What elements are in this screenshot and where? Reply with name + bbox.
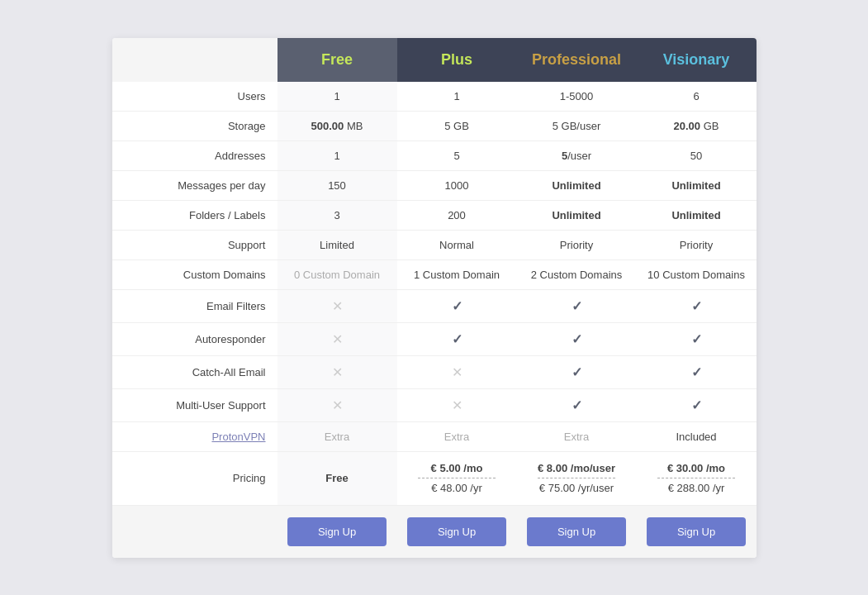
cross-icon: ✕ — [332, 331, 343, 347]
plus-price-mo: € 5.00 /mo — [431, 460, 483, 477]
signup-free-button[interactable]: Sign Up — [287, 517, 387, 546]
price-divider — [538, 478, 614, 478]
storage-professional: 5 GB/user — [517, 112, 637, 141]
visionary-price-yr: € 288.00 /yr — [668, 480, 725, 497]
header-professional: Professional — [517, 38, 637, 82]
folders-free: 3 — [277, 201, 397, 231]
signup-professional-button[interactable]: Sign Up — [527, 517, 626, 546]
email-filters-plus: ✓ — [397, 290, 517, 323]
pricing-plus: € 5.00 /mo € 48.00 /yr — [397, 452, 517, 506]
addresses-professional: 5/user — [517, 141, 637, 171]
professional-price-mo: € 8.00 /mo/user — [538, 460, 615, 477]
cross-icon: ✕ — [332, 364, 343, 380]
signup-visionary-button[interactable]: Sign Up — [647, 517, 746, 546]
custom-domains-free: 0 Custom Domain — [277, 260, 397, 290]
free-price: Free — [325, 470, 348, 487]
autoresponder-plus: ✓ — [397, 323, 517, 356]
users-label: Users — [112, 82, 277, 112]
custom-domains-plus: 1 Custom Domain — [397, 260, 517, 290]
autoresponder-free: ✕ — [277, 323, 397, 356]
check-icon: ✓ — [691, 397, 702, 413]
email-filters-free: ✕ — [277, 290, 397, 323]
header-free: Free — [277, 38, 397, 82]
pricing-visionary: € 30.00 /mo € 288.00 /yr — [637, 452, 757, 506]
header-visionary: Visionary — [637, 38, 757, 82]
protonvpn-visionary: Included — [637, 422, 757, 452]
catch-all-free: ✕ — [277, 356, 397, 389]
protonvpn-label[interactable]: ProtonVPN — [112, 422, 277, 452]
protonvpn-professional: Extra — [517, 422, 637, 452]
visionary-label: Visionary — [663, 51, 730, 68]
autoresponder-professional: ✓ — [517, 323, 637, 356]
users-visionary: 6 — [637, 82, 757, 112]
folders-professional: Unlimited — [517, 201, 637, 231]
price-divider — [657, 478, 734, 478]
check-icon: ✓ — [572, 397, 582, 413]
support-plus: Normal — [397, 231, 517, 260]
pricing-table: Free Plus Professional Visionary Users 1… — [112, 38, 757, 558]
check-icon: ✓ — [572, 331, 582, 347]
visionary-price-mo: € 30.00 /mo — [667, 460, 725, 477]
storage-visionary: 20.00 GB — [637, 112, 757, 141]
users-plus: 1 — [397, 82, 517, 112]
addresses-free: 1 — [277, 141, 397, 171]
messages-professional: Unlimited — [517, 171, 637, 201]
cross-icon: ✕ — [452, 397, 462, 413]
custom-domains-label: Custom Domains — [112, 260, 277, 290]
check-icon: ✓ — [572, 364, 582, 380]
btn-free-cell: Sign Up — [277, 506, 397, 558]
multi-user-free: ✕ — [277, 389, 397, 422]
catch-all-visionary: ✓ — [637, 356, 757, 389]
custom-domains-visionary: 10 Custom Domains — [637, 260, 757, 290]
addresses-label: Addresses — [112, 141, 277, 171]
btn-professional-cell: Sign Up — [517, 506, 637, 558]
cross-icon: ✕ — [332, 397, 343, 413]
pricing-free: Free — [277, 452, 397, 506]
support-professional: Priority — [517, 231, 637, 260]
protonvpn-plus: Extra — [397, 422, 517, 452]
addresses-visionary: 50 — [637, 141, 757, 171]
messages-free: 150 — [277, 171, 397, 201]
catch-all-label: Catch-All Email — [112, 356, 277, 389]
check-icon: ✓ — [452, 298, 462, 314]
email-filters-professional: ✓ — [517, 290, 637, 323]
plus-label: Plus — [441, 51, 472, 68]
btn-empty — [112, 506, 277, 558]
header-empty — [112, 38, 277, 82]
users-free: 1 — [277, 82, 397, 112]
storage-free: 500.00 MB — [277, 112, 397, 141]
users-professional: 1-5000 — [517, 82, 637, 112]
check-icon: ✓ — [691, 298, 702, 314]
price-divider — [418, 478, 495, 478]
support-label: Support — [112, 231, 277, 260]
check-icon: ✓ — [691, 364, 702, 380]
btn-plus-cell: Sign Up — [397, 506, 517, 558]
catch-all-plus: ✕ — [397, 356, 517, 389]
support-free: Limited — [277, 231, 397, 260]
folders-label: Folders / Labels — [112, 201, 277, 231]
cross-icon: ✕ — [332, 298, 343, 314]
multi-user-professional: ✓ — [517, 389, 637, 422]
custom-domains-professional: 2 Custom Domains — [517, 260, 637, 290]
check-icon: ✓ — [691, 331, 702, 347]
table-grid: Free Plus Professional Visionary Users 1… — [112, 38, 757, 558]
email-filters-label: Email Filters — [112, 290, 277, 323]
autoresponder-visionary: ✓ — [637, 323, 757, 356]
folders-visionary: Unlimited — [637, 201, 757, 231]
plus-price-yr: € 48.00 /yr — [431, 480, 481, 497]
catch-all-professional: ✓ — [517, 356, 637, 389]
signup-plus-button[interactable]: Sign Up — [407, 517, 506, 546]
protonvpn-free: Extra — [277, 422, 397, 452]
multi-user-label: Multi-User Support — [112, 389, 277, 422]
cross-icon: ✕ — [452, 364, 462, 380]
multi-user-visionary: ✓ — [637, 389, 757, 422]
messages-plus: 1000 — [397, 171, 517, 201]
pricing-professional: € 8.00 /mo/user € 75.00 /yr/user — [517, 452, 637, 506]
pricing-label: Pricing — [112, 452, 277, 506]
btn-visionary-cell: Sign Up — [637, 506, 757, 558]
addresses-plus: 5 — [397, 141, 517, 171]
support-visionary: Priority — [637, 231, 757, 260]
storage-plus: 5 GB — [397, 112, 517, 141]
protonvpn-link[interactable]: ProtonVPN — [211, 431, 265, 443]
messages-label: Messages per day — [112, 171, 277, 201]
